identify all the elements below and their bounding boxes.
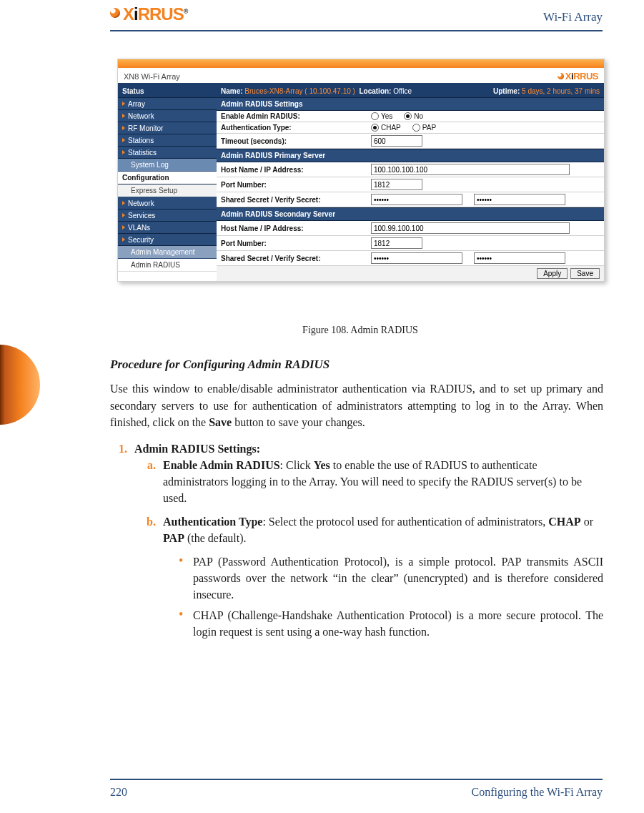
step-1b-pap: PAP bbox=[163, 532, 184, 544]
intro-save-word: Save bbox=[209, 416, 232, 428]
step-1a: Enable Admin RADIUS: Click Yes to enable… bbox=[159, 457, 603, 506]
nav-sub-admin-management[interactable]: Admin Management bbox=[118, 246, 217, 259]
shot-window-title: XN8 Wi-Fi Array bbox=[124, 72, 180, 81]
chevron-right-icon bbox=[122, 114, 125, 118]
thumb-tab-icon bbox=[0, 345, 40, 425]
primary-verify-input[interactable] bbox=[474, 194, 565, 205]
nav-item-cfg-security[interactable]: Security bbox=[118, 234, 217, 246]
nav-item-label: Network bbox=[128, 112, 154, 120]
status-uptime-value: 5 days, 2 hours, 37 mins bbox=[522, 87, 600, 95]
screenshot-admin-radius: XN8 Wi-Fi Array XiRRUS Status Array Netw… bbox=[117, 59, 605, 282]
step-1a-heading: Enable Admin RADIUS bbox=[163, 459, 280, 471]
status-name-value: Bruces-XN8-Array bbox=[244, 87, 302, 95]
body-content: Procedure for Configuring Admin RADIUS U… bbox=[110, 356, 603, 647]
brand-logo: XiRRUS® bbox=[110, 6, 187, 23]
footer-rule bbox=[110, 779, 603, 780]
figure-caption: Figure 108. Admin RADIUS bbox=[117, 325, 603, 336]
status-left: Name: Bruces-XN8-Array ( 10.100.47.10 ) … bbox=[221, 87, 412, 95]
nav-sub-express-setup[interactable]: Express Setup bbox=[118, 184, 217, 197]
secondary-verify-input[interactable] bbox=[474, 252, 565, 264]
row-primary-secret: Shared Secret / Verify Secret: bbox=[217, 192, 604, 207]
radio-label: Yes bbox=[381, 112, 392, 120]
auth-type-label: Authentication Type: bbox=[221, 124, 371, 132]
chevron-right-icon bbox=[122, 138, 125, 142]
chevron-right-icon bbox=[122, 150, 125, 154]
nav-sub-admin-radius[interactable]: Admin RADIUS bbox=[118, 259, 217, 272]
shot-main: Name: Bruces-XN8-Array ( 10.100.47.10 ) … bbox=[217, 85, 604, 281]
step-1b-chap: CHAP bbox=[548, 516, 580, 528]
button-bar: Apply Save bbox=[217, 266, 604, 281]
save-button[interactable]: Save bbox=[570, 268, 600, 279]
enable-radius-label: Enable Admin RADIUS: bbox=[221, 112, 371, 120]
secondary-secret-label: Shared Secret / Verify Secret: bbox=[221, 255, 371, 262]
procedure-heading: Procedure for Configuring Admin RADIUS bbox=[110, 356, 603, 373]
group-header-secondary: Admin RADIUS Secondary Server bbox=[217, 207, 604, 221]
doc-title: Wi-Fi Array bbox=[543, 10, 603, 24]
nav-item-stations[interactable]: Stations bbox=[118, 134, 217, 147]
row-secondary-secret: Shared Secret / Verify Secret: bbox=[217, 251, 604, 266]
nav-item-label: RF Monitor bbox=[128, 124, 163, 132]
shot-brand-x: X bbox=[565, 71, 571, 82]
radio-auth-pap[interactable]: PAP bbox=[412, 124, 436, 132]
primary-secret-input[interactable] bbox=[371, 194, 462, 205]
timeout-label: Timeout (seconds): bbox=[221, 137, 371, 145]
primary-port-input[interactable] bbox=[371, 179, 422, 190]
primary-secret-label: Shared Secret / Verify Secret: bbox=[221, 196, 371, 204]
chevron-right-icon bbox=[122, 213, 125, 217]
row-enable-radius: Enable Admin RADIUS: Yes No bbox=[217, 111, 604, 122]
nav-item-network[interactable]: Network bbox=[118, 110, 217, 122]
secondary-host-input[interactable] bbox=[371, 222, 570, 234]
nav-item-cfg-vlans[interactable]: VLANs bbox=[118, 222, 217, 234]
nav-item-label: Network bbox=[128, 199, 154, 207]
nav-item-rf-monitor[interactable]: RF Monitor bbox=[118, 122, 217, 134]
primary-host-label: Host Name / IP Address: bbox=[221, 166, 371, 174]
bullet-list: PAP (Password Authentication Protocol), … bbox=[179, 553, 603, 640]
timeout-input[interactable] bbox=[371, 135, 422, 147]
brand-registered-icon: ® bbox=[184, 8, 188, 15]
alpha-list: Enable Admin RADIUS: Click Yes to enable… bbox=[159, 457, 603, 546]
nav-item-statistics[interactable]: Statistics bbox=[118, 147, 217, 159]
bullet-chap: CHAP (Challenge-Handshake Authentication… bbox=[179, 607, 603, 640]
nav-item-label: Security bbox=[128, 236, 154, 244]
step-1b-tail: (the default). bbox=[184, 532, 247, 544]
step-1a-yes: Yes bbox=[314, 459, 330, 471]
nav-item-cfg-services[interactable]: Services bbox=[118, 210, 217, 222]
nav-item-cfg-network[interactable]: Network bbox=[118, 197, 217, 210]
page: XiRRUS® Wi-Fi Array XN8 Wi-Fi Array XiRR… bbox=[0, 0, 644, 813]
row-auth-type: Authentication Type: CHAP PAP bbox=[217, 122, 604, 134]
apply-button[interactable]: Apply bbox=[537, 268, 568, 279]
nav-section-status: Status bbox=[118, 85, 217, 98]
radio-auth-chap[interactable]: CHAP bbox=[371, 124, 401, 132]
chapter-name: Configuring the Wi-Fi Array bbox=[472, 786, 603, 799]
secondary-host-label: Host Name / IP Address: bbox=[221, 225, 371, 232]
radio-label: CHAP bbox=[381, 124, 401, 132]
radio-enable-yes[interactable]: Yes bbox=[371, 112, 392, 120]
chevron-right-icon bbox=[122, 225, 125, 230]
shot-accent-bar bbox=[118, 59, 604, 68]
row-primary-port: Port Number: bbox=[217, 177, 604, 192]
nav-sub-system-log[interactable]: System Log bbox=[118, 159, 217, 172]
secondary-port-input[interactable] bbox=[371, 237, 422, 249]
primary-host-input[interactable] bbox=[371, 164, 570, 175]
chevron-right-icon bbox=[122, 237, 125, 242]
row-primary-host: Host Name / IP Address: bbox=[217, 162, 604, 177]
brand-letters-rrus: RRUS bbox=[138, 4, 184, 24]
nav-item-array[interactable]: Array bbox=[118, 98, 217, 110]
shot-brand-rrus: RRUS bbox=[573, 71, 598, 82]
shot-nav: Status Array Network RF Monitor Stations… bbox=[118, 85, 217, 281]
radio-enable-no[interactable]: No bbox=[404, 112, 423, 120]
chevron-right-icon bbox=[122, 102, 125, 106]
step-1-heading: Admin RADIUS Settings: bbox=[134, 443, 260, 455]
nav-item-label: Stations bbox=[128, 137, 154, 144]
chevron-right-icon bbox=[122, 126, 125, 130]
group-header-primary: Admin RADIUS Primary Server bbox=[217, 149, 604, 162]
secondary-secret-input[interactable] bbox=[371, 252, 462, 264]
nav-item-label: Array bbox=[128, 100, 145, 108]
step-1: Admin RADIUS Settings: Enable Admin RADI… bbox=[130, 440, 603, 640]
shot-brand-swoosh-icon bbox=[558, 73, 564, 79]
row-secondary-host: Host Name / IP Address: bbox=[217, 221, 604, 236]
step-1a-body: : Click bbox=[280, 459, 314, 471]
status-uptime-label: Uptime: bbox=[493, 87, 520, 95]
status-loc-label: Location: bbox=[359, 87, 391, 95]
brand-wordmark: XiRRUS® bbox=[123, 6, 187, 23]
